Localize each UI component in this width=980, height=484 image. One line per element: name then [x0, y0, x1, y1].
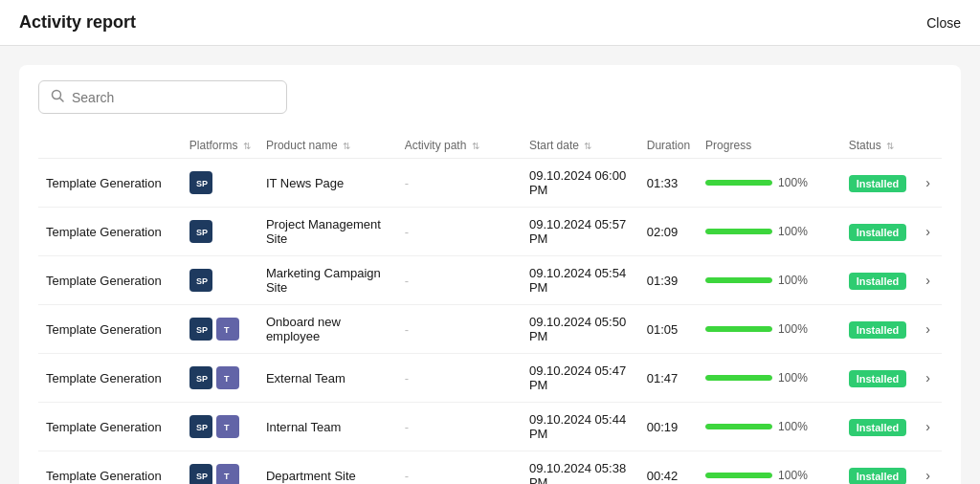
progress-bar-fill	[705, 229, 772, 234]
row-start-date: 09.10.2024 05:50 PM	[522, 305, 639, 354]
close-button[interactable]: Close	[926, 15, 961, 31]
svg-text:SP: SP	[196, 325, 208, 335]
status-badge: Installed	[849, 468, 907, 485]
table-row: Template GenerationSPTExternal Team-09.1…	[38, 354, 942, 403]
col-name	[38, 133, 182, 159]
row-detail-button[interactable]: ›	[922, 319, 934, 339]
row-start-date: 09.10.2024 05:57 PM	[522, 208, 639, 256]
row-product-name: Onboard new employee	[258, 305, 397, 354]
platform-icon-teams: T	[216, 464, 239, 484]
row-status: Installed	[841, 354, 915, 403]
row-platforms: SP	[182, 256, 258, 305]
status-badge: Installed	[849, 370, 907, 387]
row-status: Installed	[841, 451, 915, 485]
row-activity-name: Template Generation	[38, 354, 182, 403]
row-detail-button[interactable]: ›	[922, 368, 934, 387]
row-status: Installed	[841, 159, 915, 208]
row-activity-name: Template Generation	[38, 208, 182, 256]
platform-icon-sp: SP	[189, 415, 212, 438]
progress-bar-bg	[705, 180, 772, 186]
col-platforms[interactable]: Platforms ⇅	[182, 133, 258, 159]
svg-text:SP: SP	[196, 472, 208, 481]
table-row: Template GenerationSPTInternal Team-09.1…	[38, 403, 942, 451]
search-icon	[51, 89, 64, 105]
activity-table: Platforms ⇅ Product name ⇅ Activity path…	[38, 133, 942, 484]
row-detail-button[interactable]: ›	[922, 466, 934, 484]
row-product-name: Department Site	[258, 451, 397, 485]
platform-icon-sp: SP	[189, 464, 212, 484]
progress-bar-fill	[705, 180, 772, 186]
table-body: Template GenerationSPIT News Page-09.10.…	[38, 159, 942, 485]
search-input[interactable]	[72, 90, 275, 105]
status-badge: Installed	[849, 224, 907, 241]
search-container	[38, 80, 287, 114]
page-title: Activity report	[19, 12, 136, 33]
col-action	[914, 133, 942, 159]
row-progress: 100%	[698, 159, 841, 208]
progress-bar-fill	[705, 326, 772, 332]
row-activity-path: -	[397, 159, 522, 208]
row-chevron-cell: ›	[914, 208, 942, 256]
row-duration: 01:05	[639, 305, 698, 354]
progress-pct: 100%	[778, 371, 808, 385]
row-activity-path: -	[397, 451, 522, 485]
row-duration: 01:33	[639, 159, 698, 208]
svg-text:SP: SP	[196, 423, 208, 432]
progress-bar-bg	[705, 326, 772, 332]
main-content: Platforms ⇅ Product name ⇅ Activity path…	[0, 46, 980, 484]
col-product-name[interactable]: Product name ⇅	[258, 133, 397, 159]
row-product-name: Internal Team	[258, 403, 397, 451]
svg-text:SP: SP	[196, 179, 208, 188]
progress-pct: 100%	[778, 322, 808, 336]
row-detail-button[interactable]: ›	[922, 173, 934, 192]
row-duration: 01:47	[639, 354, 698, 403]
row-detail-button[interactable]: ›	[922, 271, 934, 290]
progress-pct: 100%	[778, 176, 808, 189]
row-chevron-cell: ›	[914, 354, 942, 403]
row-duration: 02:09	[639, 208, 698, 256]
svg-text:SP: SP	[196, 374, 208, 384]
col-activity-path[interactable]: Activity path ⇅	[397, 133, 522, 159]
svg-text:T: T	[224, 472, 230, 481]
row-platforms: SPT	[182, 403, 258, 451]
row-platforms: SPT	[182, 305, 258, 354]
table-row: Template GenerationSPMarketing Campaign …	[38, 256, 942, 305]
row-duration: 00:19	[639, 403, 698, 451]
platform-icon-teams: T	[216, 366, 239, 389]
col-progress: Progress	[698, 133, 841, 159]
row-progress: 100%	[698, 256, 841, 305]
row-detail-button[interactable]: ›	[922, 417, 934, 436]
progress-bar-bg	[705, 424, 772, 429]
status-badge: Installed	[849, 419, 907, 436]
row-activity-path: -	[397, 403, 522, 451]
table-row: Template GenerationSPTOnboard new employ…	[38, 305, 942, 354]
progress-bar-fill	[705, 375, 772, 381]
row-progress: 100%	[698, 403, 841, 451]
platform-icon-teams: T	[216, 415, 239, 438]
row-platforms: SPT	[182, 451, 258, 485]
row-start-date: 09.10.2024 05:47 PM	[522, 354, 639, 403]
activity-card: Platforms ⇅ Product name ⇅ Activity path…	[19, 65, 961, 484]
app-header: Activity report Close	[0, 0, 980, 46]
row-status: Installed	[841, 208, 915, 256]
col-start-date[interactable]: Start date ⇅	[522, 133, 639, 159]
progress-pct: 100%	[778, 420, 808, 433]
progress-bar-fill	[705, 424, 772, 429]
row-duration: 00:42	[639, 451, 698, 485]
platform-icon-teams: T	[216, 318, 239, 341]
row-progress: 100%	[698, 354, 841, 403]
table-row: Template GenerationSPIT News Page-09.10.…	[38, 159, 942, 208]
row-start-date: 09.10.2024 06:00 PM	[522, 159, 639, 208]
row-chevron-cell: ›	[914, 451, 942, 485]
row-activity-path: -	[397, 354, 522, 403]
svg-text:T: T	[224, 325, 230, 335]
col-status[interactable]: Status ⇅	[841, 133, 915, 159]
row-activity-name: Template Generation	[38, 256, 182, 305]
row-detail-button[interactable]: ›	[922, 222, 934, 241]
platform-icon-sp: SP	[189, 220, 212, 243]
row-activity-name: Template Generation	[38, 159, 182, 208]
progress-bar-fill	[705, 277, 772, 283]
row-start-date: 09.10.2024 05:38 PM	[522, 451, 639, 485]
row-status: Installed	[841, 403, 915, 451]
platform-icon-sp: SP	[189, 318, 212, 341]
